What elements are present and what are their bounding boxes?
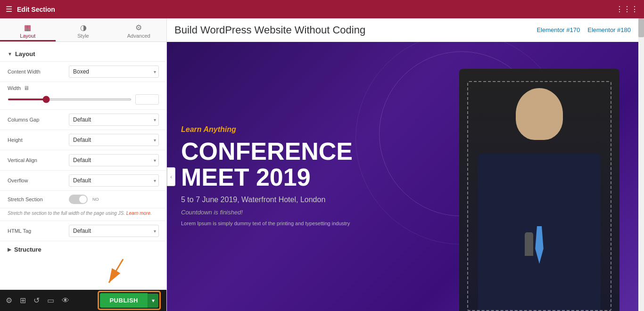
person-area — [440, 42, 638, 311]
content-width-row: Content Width Boxed Full Width ▾ — [0, 62, 166, 82]
tab-style-label: Style — [77, 33, 89, 39]
vertical-align-select[interactable]: Default Top Middle Bottom — [69, 154, 159, 166]
height-row: Height Default Fit to Screen Min Height … — [0, 130, 166, 150]
width-slider-row: Width 🖥 — [0, 82, 166, 110]
publish-button[interactable]: PUBLISH — [100, 293, 148, 308]
bottom-icons-group: ⚙ ⊞ ↺ ▭ 👁 — [6, 296, 69, 305]
monitor-icon: 🖥 — [24, 85, 29, 91]
dashed-selection-box — [467, 81, 611, 311]
publish-dropdown-button[interactable]: ▾ — [148, 294, 158, 308]
elementor-170-link[interactable]: Elementor #170 — [537, 26, 580, 33]
height-select[interactable]: Default Fit to Screen Min Height — [69, 134, 159, 146]
hero-title-line2: MEET 2019 — [181, 164, 412, 190]
stretch-section-toggle[interactable] — [69, 195, 88, 204]
hero-learn-text: Learn Anything — [181, 125, 412, 134]
structure-section-label: Structure — [14, 246, 41, 253]
width-value-input[interactable] — [135, 94, 159, 105]
toggle-knob — [79, 196, 87, 203]
stretch-section-row: Stretch Section NO — [0, 191, 166, 208]
columns-gap-label: Columns Gap — [8, 117, 69, 123]
html-tag-select[interactable]: Default header footer main article secti… — [69, 225, 159, 237]
hamburger-icon[interactable]: ☰ — [6, 5, 12, 14]
tab-advanced[interactable]: ⚙ Advanced — [111, 18, 166, 41]
responsive-icon[interactable]: ▭ — [47, 296, 54, 305]
html-tag-select-wrapper: Default header footer main article secti… — [69, 225, 159, 237]
publish-highlight: PUBLISH ▾ — [98, 291, 161, 310]
hero-title: CONFERENCE MEET 2019 — [181, 139, 412, 190]
publish-btn-wrapper: PUBLISH ▾ — [100, 293, 158, 308]
structure-collapse-arrow: ▶ — [8, 247, 11, 252]
content-width-select[interactable]: Boxed Full Width — [69, 65, 159, 78]
overflow-row: Overflow Default Hidden ▾ — [0, 171, 166, 191]
content-width-label: Content Width — [8, 69, 69, 74]
vertical-align-label: Vertical Align — [8, 157, 69, 163]
sidebar: ▦ Layout ◑ Style ⚙ Advanced ▼ Layout Con… — [0, 18, 167, 311]
structure-section-header[interactable]: ▶ Structure — [0, 241, 166, 258]
grid-icon[interactable]: ⋮⋮⋮ — [616, 5, 638, 14]
tab-advanced-label: Advanced — [127, 33, 150, 39]
columns-gap-row: Columns Gap Default No Gap Narrow Wide ▾ — [0, 110, 166, 130]
hero-title-line1: CONFERENCE — [181, 139, 412, 164]
style-icon: ◑ — [80, 23, 87, 32]
layout-section-header[interactable]: ▼ Layout — [0, 47, 166, 62]
edit-section-title: Edit Section — [17, 6, 55, 13]
sidebar-collapse-toggle[interactable]: ‹ — [167, 167, 175, 186]
hero-content: Learn Anything CONFERENCE MEET 2019 5 to… — [167, 42, 426, 311]
layers-icon[interactable]: ⊞ — [20, 296, 26, 305]
tab-layout[interactable]: ▦ Layout — [0, 18, 56, 41]
overflow-label: Overflow — [8, 178, 69, 183]
columns-gap-select-wrapper: Default No Gap Narrow Wide ▾ — [69, 114, 159, 126]
hero-section: Learn Anything CONFERENCE MEET 2019 5 to… — [167, 42, 638, 311]
html-tag-label: HTML Tag — [8, 228, 69, 234]
height-label: Height — [8, 137, 69, 143]
person-silhouette — [459, 69, 619, 311]
history-icon[interactable]: ↺ — [33, 296, 40, 305]
stretch-hint: Stretch the section to the full width of… — [0, 208, 166, 221]
width-slider[interactable] — [8, 98, 132, 100]
overflow-select-wrapper: Default Hidden ▾ — [69, 174, 159, 187]
layout-section-label: Layout — [15, 50, 35, 57]
html-tag-row: HTML Tag Default header footer main arti… — [0, 221, 166, 241]
top-bar: ☰ Edit Section ⋮⋮⋮ — [0, 0, 644, 18]
bottom-toolbar: ⚙ ⊞ ↺ ▭ 👁 PUBLISH — [0, 290, 166, 311]
right-scrollbar[interactable] — [638, 18, 644, 311]
width-label: Width — [8, 85, 21, 91]
toggle-off-label: NO — [92, 197, 99, 202]
hero-date: 5 to 7 June 2019, Waterfront Hotel, Lond… — [181, 196, 412, 204]
tab-layout-label: Layout — [20, 33, 35, 39]
vertical-align-row: Vertical Align Default Top Middle Bottom… — [0, 150, 166, 171]
learn-more-link[interactable]: Learn more. — [126, 211, 152, 216]
preview-area: Build WordPress Website Without Coding E… — [167, 18, 638, 311]
hero-lorem: Lorem Ipsum is simply dummy text of the … — [181, 220, 412, 228]
content-width-select-wrapper: Boxed Full Width ▾ — [69, 65, 159, 78]
overflow-select[interactable]: Default Hidden — [69, 174, 159, 187]
height-select-wrapper: Default Fit to Screen Min Height ▾ — [69, 134, 159, 146]
panel-content: ▼ Layout Content Width Boxed Full Width … — [0, 42, 166, 290]
columns-gap-select[interactable]: Default No Gap Narrow Wide — [69, 114, 159, 126]
layout-collapse-arrow: ▼ — [8, 51, 12, 57]
tab-style[interactable]: ◑ Style — [56, 18, 111, 41]
hero-countdown: Countdown is finished! — [181, 209, 412, 216]
stretch-section-label: Stretch Section — [8, 196, 69, 202]
vertical-align-select-wrapper: Default Top Middle Bottom ▾ — [69, 154, 159, 166]
preview-icon[interactable]: 👁 — [62, 296, 69, 305]
preview-top-bar: Build WordPress Website Without Coding E… — [167, 18, 638, 42]
scrollbar-thumb — [638, 18, 644, 37]
tabs-bar: ▦ Layout ◑ Style ⚙ Advanced — [0, 18, 166, 42]
layout-icon: ▦ — [24, 23, 31, 32]
elementor-links: Elementor #170 Elementor #180 — [537, 26, 631, 33]
preview-page-title: Build WordPress Website Without Coding — [174, 24, 365, 36]
settings-icon[interactable]: ⚙ — [6, 296, 12, 305]
advanced-icon: ⚙ — [135, 23, 142, 32]
elementor-180-link[interactable]: Elementor #180 — [587, 26, 631, 33]
